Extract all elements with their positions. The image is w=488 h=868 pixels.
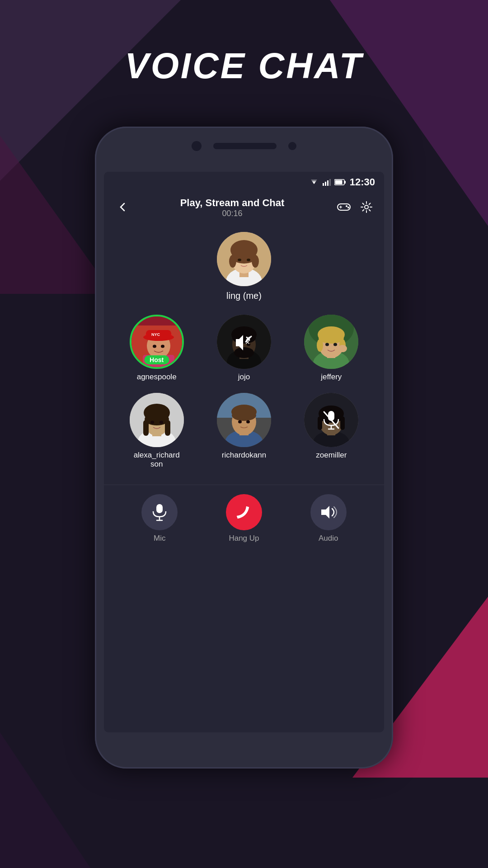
agnespoole-avatar: NYC Host xyxy=(130,315,184,369)
jojo-mute-overlay: ✕ xyxy=(217,315,271,369)
participant-jeffery: jeffery xyxy=(295,315,367,382)
hangup-label: Hang Up xyxy=(229,534,259,543)
mic-mute-icon xyxy=(322,410,340,430)
mic-control[interactable]: Mic xyxy=(141,494,178,543)
svg-rect-3 xyxy=(329,179,331,186)
svg-rect-1 xyxy=(325,182,326,186)
svg-point-22 xyxy=(247,259,250,261)
participant-alexa: alexa_richardson xyxy=(121,393,193,469)
svg-text:NYC: NYC xyxy=(151,332,160,337)
svg-point-76 xyxy=(238,420,242,424)
header-icons xyxy=(337,201,373,215)
audio-control[interactable]: Audio xyxy=(310,494,347,543)
zoe-avatar xyxy=(304,393,358,447)
participants-row-1: NYC Host agnespoole xyxy=(113,315,375,382)
mic-button-icon xyxy=(151,503,168,521)
camera-area xyxy=(192,141,296,151)
mic-label: Mic xyxy=(154,534,165,543)
participant-richard: richardokann xyxy=(208,393,280,469)
participant-zoe: zoemiller xyxy=(295,393,367,469)
jeffery-name: jeffery xyxy=(321,373,342,382)
svg-point-66 xyxy=(150,421,154,424)
mic-button[interactable] xyxy=(141,494,178,530)
bottom-controls: Mic Hang Up xyxy=(104,485,384,557)
signal-icon xyxy=(323,179,331,186)
battery-icon xyxy=(334,179,346,185)
participants-area: ling (me) xyxy=(104,223,384,485)
header-center: Play, Stream and Chat 00:16 xyxy=(180,197,285,218)
gamepad-button[interactable] xyxy=(337,202,351,214)
jojo-name: jojo xyxy=(238,373,250,382)
call-duration: 00:16 xyxy=(180,209,285,218)
svg-point-56 xyxy=(338,345,347,352)
hangup-icon xyxy=(235,505,253,519)
volume-mute-icon: ✕ xyxy=(234,333,254,351)
svg-point-54 xyxy=(325,343,329,346)
svg-rect-64 xyxy=(143,420,149,436)
svg-rect-2 xyxy=(327,180,328,186)
agnespoole-name: agnespoole xyxy=(137,373,177,382)
app-header: Play, Stream and Chat 00:16 xyxy=(104,193,384,223)
svg-point-12 xyxy=(365,205,368,209)
svg-point-55 xyxy=(333,343,337,346)
back-button[interactable] xyxy=(115,201,128,215)
status-icons: 12:30 xyxy=(309,176,375,188)
svg-point-75 xyxy=(232,410,256,421)
settings-button[interactable] xyxy=(360,201,373,215)
phone-frame: 12:30 Play, Stream and Chat 00:16 xyxy=(95,127,393,769)
richard-avatar xyxy=(217,393,271,447)
svg-marker-96 xyxy=(321,506,329,519)
svg-point-77 xyxy=(246,420,250,424)
camera-dot-2 xyxy=(288,142,296,150)
phone-screen: 12:30 Play, Stream and Chat 00:16 xyxy=(104,172,384,732)
svg-point-19 xyxy=(229,255,236,268)
svg-text:✕: ✕ xyxy=(245,339,250,346)
hangup-control[interactable]: Hang Up xyxy=(226,494,262,543)
jojo-avatar: ✕ xyxy=(217,315,271,369)
hangup-button[interactable] xyxy=(226,494,262,530)
wifi-icon xyxy=(309,179,319,186)
alexa-avatar xyxy=(130,393,184,447)
svg-rect-65 xyxy=(165,420,170,436)
alexa-name: alexa_richardson xyxy=(134,451,180,469)
participants-row-2: alexa_richardson xyxy=(113,393,375,469)
call-title: Play, Stream and Chat xyxy=(180,197,285,209)
svg-point-31 xyxy=(153,345,156,348)
svg-point-52 xyxy=(317,339,323,352)
svg-point-67 xyxy=(160,421,163,424)
svg-rect-93 xyxy=(156,504,163,513)
zoe-name: zoemiller xyxy=(316,451,347,460)
ling-avatar-svg xyxy=(217,232,271,286)
phone-speaker xyxy=(213,143,277,149)
host-badge: Host xyxy=(144,355,169,364)
main-user: ling (me) xyxy=(113,232,375,301)
camera-dot-1 xyxy=(192,141,202,151)
svg-rect-5 xyxy=(335,180,342,184)
svg-point-21 xyxy=(238,259,241,261)
svg-rect-6 xyxy=(344,181,346,184)
main-user-avatar xyxy=(217,232,271,286)
audio-label: Audio xyxy=(319,534,338,543)
main-user-name: ling (me) xyxy=(226,291,262,301)
svg-rect-0 xyxy=(323,183,324,186)
page-title: VOICE CHAT xyxy=(0,45,488,87)
audio-button[interactable] xyxy=(310,494,347,530)
status-time: 12:30 xyxy=(350,176,375,188)
svg-point-11 xyxy=(347,207,349,208)
participant-jojo: ✕ jojo xyxy=(208,315,280,382)
audio-button-icon xyxy=(319,504,338,520)
status-bar: 12:30 xyxy=(104,172,384,193)
svg-point-20 xyxy=(252,255,259,268)
participant-agnespoole: NYC Host agnespoole xyxy=(121,315,193,382)
richard-name: richardokann xyxy=(222,451,266,460)
zoe-mute-overlay xyxy=(304,393,358,447)
svg-point-10 xyxy=(346,205,347,207)
jeffery-avatar xyxy=(304,315,358,369)
svg-point-32 xyxy=(161,345,164,348)
